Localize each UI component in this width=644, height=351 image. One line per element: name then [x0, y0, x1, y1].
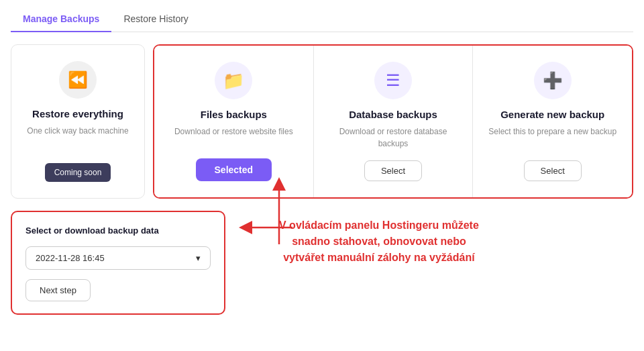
tab-restore-history[interactable]: Restore History: [111, 7, 200, 32]
database-backups-title: Database backups: [349, 109, 437, 120]
folder-icon-circle: 📁: [215, 62, 252, 99]
restore-everything-desc: One click way back machine: [27, 125, 128, 152]
tab-bar: Manage Backups Restore History: [11, 0, 633, 32]
folder-icon: 📁: [223, 70, 244, 91]
card-generate-new-backup: ➕ Generate new backup Select this to pre…: [473, 46, 632, 197]
card-files-backups: 📁 Files backups Download or restore webs…: [154, 46, 314, 197]
add-box-icon: ➕: [543, 71, 563, 90]
select-backup-box: Select or download backup data 2022-11-2…: [11, 211, 225, 315]
annotation-text: V ovládacím panelu Hostingeru můžetesnad…: [279, 217, 479, 266]
coming-soon-button[interactable]: Coming soon: [45, 163, 111, 182]
card-restore-everything: ⏪ Restore everything One click way back …: [11, 44, 145, 199]
annotation-area: V ovládacím panelu Hostingeru můžetesnad…: [239, 211, 633, 266]
main-container: Manage Backups Restore History ⏪ Restore…: [0, 0, 644, 351]
list-icon: ☰: [386, 71, 400, 90]
tab-manage-backups[interactable]: Manage Backups: [11, 7, 111, 32]
rewind-icon-circle: ⏪: [59, 61, 97, 99]
database-backups-select-button[interactable]: Select: [364, 160, 422, 181]
next-step-button[interactable]: Next step: [25, 279, 91, 301]
rewind-icon: ⏪: [68, 70, 88, 89]
files-backups-selected-button[interactable]: Selected: [196, 158, 272, 181]
files-backups-desc: Download or restore website files: [174, 126, 293, 148]
database-backups-desc: Download or restore database backups: [325, 126, 462, 150]
restore-everything-title: Restore everything: [32, 108, 123, 119]
date-dropdown[interactable]: 2022-11-28 16:45 ▾: [25, 246, 211, 270]
add-box-icon-circle: ➕: [534, 62, 572, 99]
generate-new-backup-desc: Select this to prepare a new backup: [488, 126, 616, 150]
generate-new-backup-select-button[interactable]: Select: [524, 160, 582, 181]
files-backups-title: Files backups: [201, 109, 267, 120]
generate-new-backup-title: Generate new backup: [500, 109, 604, 120]
card-database-backups: ☰ Database backups Download or restore d…: [314, 46, 474, 197]
select-backup-title: Select or download backup data: [25, 225, 211, 236]
red-bordered-cards-group: 📁 Files backups Download or restore webs…: [153, 44, 633, 199]
chevron-down-icon: ▾: [196, 253, 201, 263]
date-value: 2022-11-28 16:45: [36, 253, 105, 263]
cards-row: ⏪ Restore everything One click way back …: [11, 44, 633, 199]
bottom-row: Select or download backup data 2022-11-2…: [11, 211, 633, 315]
list-icon-circle: ☰: [374, 62, 412, 99]
